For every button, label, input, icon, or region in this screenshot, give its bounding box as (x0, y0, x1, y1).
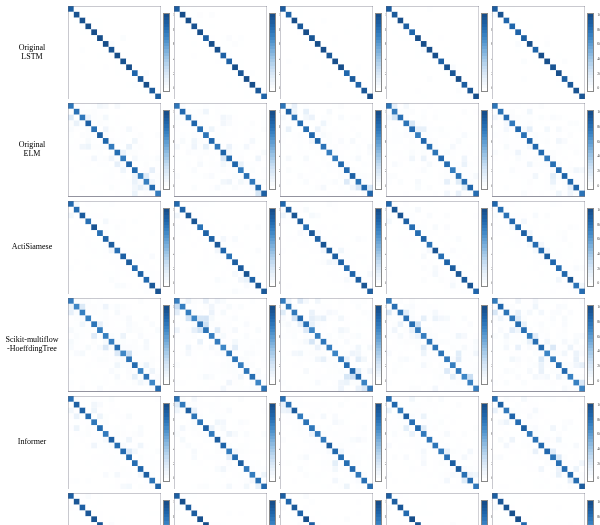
svg-rect-3744 (504, 253, 510, 259)
svg-rect-2706 (115, 248, 121, 254)
svg-rect-4174 (255, 316, 261, 322)
svg-rect-2406 (568, 133, 574, 139)
svg-rect-6050 (450, 443, 456, 449)
svg-rect-6327 (579, 448, 585, 454)
svg-rect-3365 (433, 207, 439, 213)
svg-rect-6429 (91, 493, 97, 499)
svg-rect-857 (421, 35, 427, 41)
svg-rect-2892 (180, 224, 186, 230)
svg-rect-97 (74, 41, 80, 47)
svg-rect-3795 (521, 271, 527, 277)
svg-rect-4706 (386, 328, 392, 334)
svg-rect-2639 (97, 224, 103, 230)
svg-rect-6970 (367, 499, 373, 505)
svg-rect-6454 (144, 499, 150, 505)
svg-rect-7461 (539, 493, 545, 499)
svg-rect-7207 (450, 493, 456, 499)
svg-rect-1255 (510, 88, 516, 94)
svg-rect-3429 (433, 230, 439, 236)
svg-rect-813 (444, 18, 450, 24)
svg-rect-1260 (539, 88, 545, 94)
svg-rect-4870 (409, 386, 415, 392)
svg-rect-3615 (498, 207, 504, 213)
svg-rect-6284 (515, 437, 521, 443)
svg-rect-2781 (85, 277, 91, 283)
svg-rect-6984 (356, 505, 362, 511)
svg-rect-5673 (298, 402, 304, 408)
svg-rect-1156 (492, 53, 498, 59)
svg-rect-2352 (533, 115, 539, 121)
svg-rect-1294 (120, 103, 126, 109)
svg-rect-6043 (409, 443, 415, 449)
svg-rect-1956 (356, 156, 362, 162)
svg-rect-4665 (427, 310, 433, 316)
matrix-wrap: 100806040200 (68, 396, 170, 489)
svg-rect-423 (209, 64, 215, 70)
svg-rect-578 (280, 29, 286, 35)
svg-rect-756 (292, 94, 298, 100)
svg-rect-3891 (91, 310, 97, 316)
svg-rect-1403 (103, 144, 109, 150)
svg-rect-2857 (255, 207, 261, 213)
svg-rect-4340 (197, 380, 203, 386)
svg-rect-1470 (120, 168, 126, 174)
svg-rect-2063 (427, 103, 433, 109)
svg-rect-6101 (468, 460, 474, 466)
svg-rect-1858 (344, 121, 350, 127)
svg-rect-51 (85, 24, 91, 30)
svg-rect-5732 (361, 419, 367, 425)
svg-rect-808 (415, 18, 421, 24)
svg-rect-1113 (521, 35, 527, 41)
svg-rect-3596 (473, 289, 479, 295)
svg-rect-3478 (438, 248, 444, 254)
svg-rect-3025 (209, 271, 215, 277)
svg-rect-4240 (174, 345, 180, 351)
svg-rect-6691 (226, 493, 232, 499)
svg-rect-7261 (392, 517, 398, 523)
svg-rect-2111 (427, 121, 433, 127)
svg-rect-5829 (367, 454, 373, 460)
svg-rect-2075 (404, 109, 410, 115)
svg-rect-4647 (415, 304, 421, 310)
svg-rect-5867 (309, 472, 315, 478)
svg-rect-2564 (556, 191, 562, 197)
svg-rect-2544 (533, 185, 539, 191)
svg-rect-3996 (144, 345, 150, 351)
svg-rect-1282 (574, 94, 580, 100)
svg-rect-3380 (427, 213, 433, 219)
svg-rect-1498 (97, 179, 103, 185)
svg-rect-1900 (309, 138, 315, 144)
svg-rect-2629 (132, 218, 138, 224)
svg-rect-4632 (421, 298, 427, 304)
svg-rect-3935 (68, 328, 74, 334)
svg-rect-1502 (120, 179, 126, 185)
svg-rect-3691 (568, 230, 574, 236)
svg-rect-2747 (74, 265, 80, 271)
svg-rect-4648 (421, 304, 427, 310)
svg-rect-2549 (562, 185, 568, 191)
svg-rect-1124 (492, 41, 498, 47)
svg-rect-551 (309, 18, 315, 24)
svg-rect-196 (91, 76, 97, 82)
svg-rect-6280 (492, 437, 498, 443)
svg-rect-4092 (144, 380, 150, 386)
svg-rect-754 (280, 94, 286, 100)
svg-rect-1986 (344, 168, 350, 174)
svg-rect-664 (315, 59, 321, 65)
svg-rect-6254 (527, 425, 533, 431)
svg-rect-7453 (492, 493, 498, 499)
svg-rect-4198 (209, 328, 215, 334)
svg-rect-5253 (74, 437, 80, 443)
svg-rect-7005 (292, 517, 298, 523)
svg-rect-3152 (303, 224, 309, 230)
svg-rect-6160 (438, 483, 444, 489)
svg-rect-6142 (427, 478, 433, 484)
svg-rect-5826 (350, 454, 356, 460)
svg-rect-2228 (456, 162, 462, 168)
svg-rect-2002 (344, 174, 350, 180)
svg-rect-1440 (132, 156, 138, 162)
svg-rect-6243 (556, 419, 562, 425)
svg-rect-2342 (568, 109, 574, 115)
svg-rect-1379 (149, 133, 155, 139)
svg-rect-573 (344, 24, 350, 30)
